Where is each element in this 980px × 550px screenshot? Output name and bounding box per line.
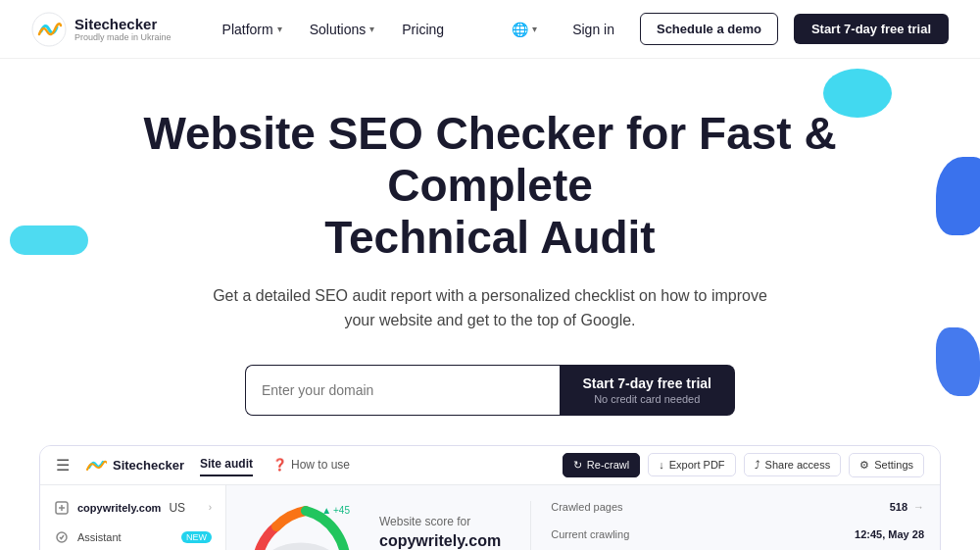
country-flag: US — [169, 501, 185, 515]
app-tabs: Site audit ❓ How to use — [200, 453, 547, 476]
score-domain-text: copywritely.com — [379, 532, 501, 550]
help-circle-icon: ❓ — [272, 458, 287, 472]
nav-links: Platform ▾ Solutions ▾ Pricing — [211, 14, 503, 45]
stats-section: Crawled pages 518 → Current crawling 12:… — [530, 501, 924, 550]
sidebar-domain-row[interactable]: copywritely.com US › — [40, 493, 225, 523]
solutions-chevron-icon: ▾ — [369, 24, 374, 34]
score-delta: ▲+45 — [321, 505, 350, 516]
tab-site-audit[interactable]: Site audit — [200, 453, 253, 476]
deco-blue-shape-right — [936, 157, 980, 235]
score-section: ▲+45 83 Website score for copywritely.co… — [242, 501, 501, 550]
score-info: Website score for copywritely.com ⬡ View… — [379, 515, 501, 550]
hamburger-icon[interactable]: ☰ — [56, 456, 70, 475]
score-label-text: Website score for — [379, 515, 501, 528]
export-pdf-button[interactable]: ↓ Export PDF — [648, 453, 735, 476]
domain-input[interactable] — [245, 365, 560, 416]
nav-solutions[interactable]: Solutions ▾ — [298, 14, 387, 45]
nav-pricing[interactable]: Pricing — [390, 14, 456, 45]
stat-arrow-icon: → — [913, 501, 924, 513]
logo-text: Sitechecker Proudly made in Ukraine — [74, 16, 172, 42]
nav-right: 🌐 ▾ Sign in Schedule a demo Start 7-day … — [502, 13, 949, 45]
cta-sub-text: No credit card needed — [594, 393, 700, 405]
domain-icon — [54, 500, 70, 516]
globe-chevron-icon: ▾ — [532, 24, 537, 34]
deco-teal-shape-left — [10, 225, 88, 255]
cta-row: Start 7-day free trial No credit card ne… — [245, 365, 735, 416]
sidebar-arrow-icon: › — [209, 502, 212, 513]
language-selector[interactable]: 🌐 ▾ — [502, 16, 547, 43]
signin-button[interactable]: Sign in — [563, 16, 624, 43]
recrawl-button[interactable]: ↻ Re-crawl — [563, 453, 640, 477]
recrawl-icon: ↻ — [573, 459, 582, 472]
hero-title: Website SEO Checker for Fast & Complete … — [74, 108, 906, 264]
deco-blue-shape-bottom — [936, 327, 980, 396]
app-topbar: ☰ Sitechecker Site audit ❓ How to use ↻ … — [40, 446, 940, 485]
stat-crawled-pages: Crawled pages 518 → — [551, 501, 924, 513]
cta-button[interactable]: Start 7-day free trial No credit card ne… — [560, 365, 736, 416]
app-logo-icon — [85, 456, 107, 474]
settings-icon: ⚙ — [859, 459, 869, 472]
score-gauge: ▲+45 83 — [242, 497, 360, 550]
share-icon: ⤴ — [755, 459, 760, 471]
settings-button[interactable]: ⚙ Settings — [849, 453, 924, 477]
logo-icon — [31, 12, 67, 47]
download-icon: ↓ — [659, 459, 664, 471]
nav-platform[interactable]: Platform ▾ — [211, 14, 294, 45]
globe-icon: 🌐 — [512, 22, 528, 37]
stat-current-crawling: Current crawling 12:45, May 28 — [551, 528, 924, 540]
tab-how-to-use[interactable]: ❓ How to use — [272, 458, 350, 472]
hero-section: Website SEO Checker for Fast & Complete … — [0, 59, 980, 445]
app-body: copywritely.com US › Assistant NEW Dashb… — [40, 485, 940, 550]
app-actions: ↻ Re-crawl ↓ Export PDF ⤴ Share access ⚙… — [563, 453, 924, 477]
share-access-button[interactable]: ⤴ Share access — [744, 453, 842, 476]
navbar: Sitechecker Proudly made in Ukraine Plat… — [0, 0, 980, 59]
app-logo: Sitechecker — [85, 456, 184, 474]
app-logo-text: Sitechecker — [113, 458, 184, 473]
cta-main-text: Start 7-day free trial — [583, 375, 712, 391]
platform-chevron-icon: ▾ — [277, 24, 282, 34]
app-preview: ☰ Sitechecker Site audit ❓ How to use ↻ … — [39, 445, 941, 550]
score-number: 83 — [285, 546, 316, 550]
logo[interactable]: Sitechecker Proudly made in Ukraine — [31, 12, 172, 47]
assistant-icon — [54, 529, 70, 545]
app-main-content: ▲+45 83 Website score for copywritely.co… — [226, 485, 940, 550]
deco-teal-shape — [823, 69, 892, 118]
hero-subtitle: Get a detailed SEO audit report with a p… — [196, 283, 784, 333]
sidebar-item-assistant[interactable]: Assistant NEW — [40, 523, 225, 550]
app-sidebar: copywritely.com US › Assistant NEW Dashb… — [40, 485, 226, 550]
demo-button[interactable]: Schedule a demo — [640, 13, 778, 45]
trial-button[interactable]: Start 7-day free trial — [794, 14, 949, 44]
